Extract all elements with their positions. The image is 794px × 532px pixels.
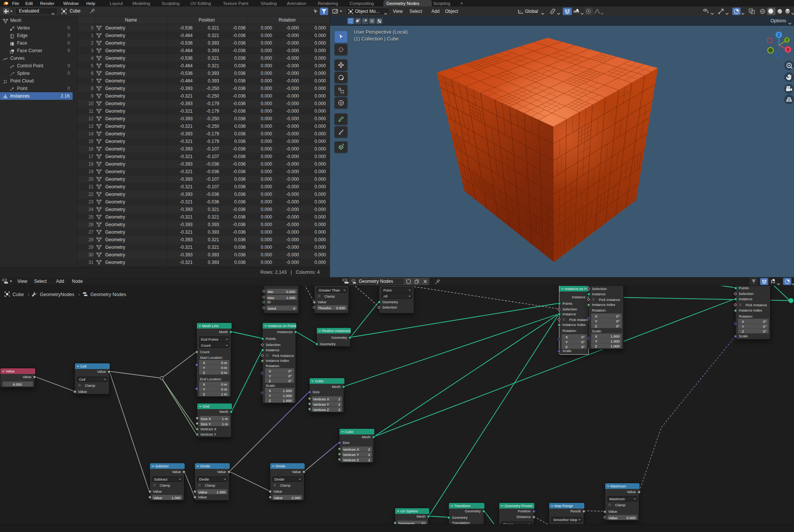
svg-text:X: X [787,48,789,52]
svg-text:Y: Y [786,38,788,42]
svg-text:Z: Z [778,33,780,37]
